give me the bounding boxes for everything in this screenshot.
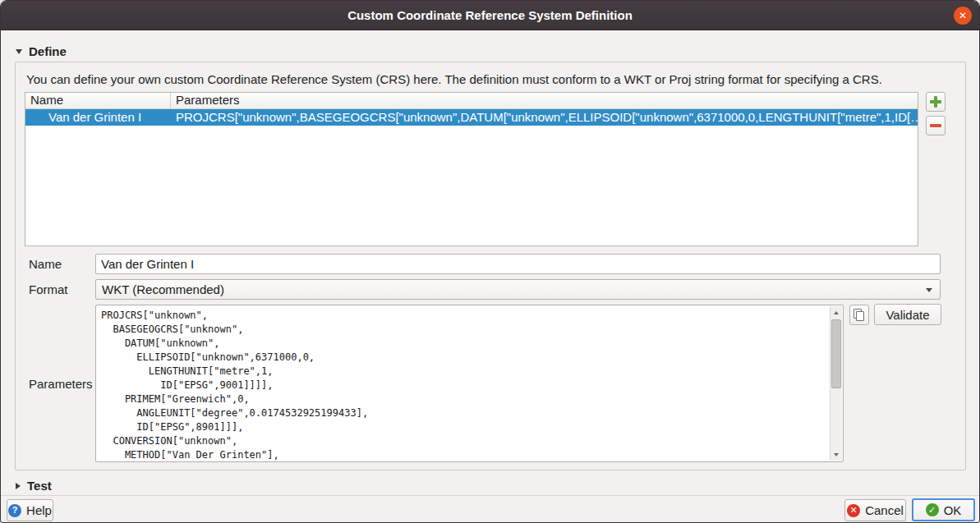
format-selected-value: WKT (Recommended) xyxy=(102,282,224,296)
plus-icon xyxy=(930,96,941,108)
copy-icon xyxy=(853,309,865,321)
column-header-parameters[interactable]: Parameters xyxy=(171,93,918,108)
help-button[interactable]: ? Help xyxy=(7,499,53,521)
parameters-label: Parameters xyxy=(29,377,93,391)
define-section-frame: You can define your own custom Coordinat… xyxy=(15,62,966,470)
validate-button[interactable]: Validate xyxy=(874,304,941,325)
test-section-title: Test xyxy=(27,479,52,493)
parameters-editor[interactable]: PROJCRS["unknown", BASEGEOGCRS["unknown"… xyxy=(95,305,844,462)
crs-row-name: Van der Grinten I xyxy=(25,109,171,126)
remove-crs-button[interactable] xyxy=(926,116,945,135)
scrollbar-thumb[interactable] xyxy=(831,319,841,388)
help-label: Help xyxy=(26,503,52,517)
footer-separator xyxy=(1,495,979,496)
help-icon: ? xyxy=(8,504,21,517)
minus-icon xyxy=(930,124,941,127)
column-header-name[interactable]: Name xyxy=(25,93,171,108)
format-select[interactable]: WKT (Recommended) xyxy=(95,279,941,300)
scroll-down-icon xyxy=(834,453,839,456)
ok-icon: ✓ xyxy=(926,503,939,516)
collapse-open-icon xyxy=(16,49,22,54)
crs-help-text: You can define your own custom Coordinat… xyxy=(26,72,956,86)
parameters-scrollbar[interactable] xyxy=(830,306,842,461)
scroll-down-button[interactable] xyxy=(830,448,842,461)
crs-table[interactable]: Name Parameters Van der Grinten I PROJCR… xyxy=(25,92,918,246)
titlebar[interactable]: Custom Coordinate Reference System Defin… xyxy=(1,1,979,30)
crs-table-row[interactable]: Van der Grinten I PROJCRS["unknown",BASE… xyxy=(25,109,918,126)
close-button[interactable]: ✕ xyxy=(954,7,972,25)
ok-button[interactable]: ✓ OK xyxy=(912,498,975,521)
name-label: Name xyxy=(29,257,62,271)
crs-row-parameters: PROJCRS["unknown",BASEGEOGCRS["unknown",… xyxy=(171,109,918,126)
define-section-header[interactable]: Define xyxy=(16,44,67,58)
copy-icon-front-page xyxy=(856,311,864,321)
close-icon: ✕ xyxy=(959,11,967,21)
cancel-icon: ✕ xyxy=(847,504,860,517)
cancel-button[interactable]: ✕ Cancel xyxy=(844,499,906,521)
scroll-up-button[interactable] xyxy=(830,306,842,319)
format-label: Format xyxy=(29,282,68,296)
cancel-label: Cancel xyxy=(865,503,904,517)
window-title: Custom Coordinate Reference System Defin… xyxy=(347,8,633,22)
scroll-up-icon xyxy=(834,311,839,314)
ok-label: OK xyxy=(944,503,962,517)
parameters-text: PROJCRS["unknown", BASEGEOGCRS["unknown"… xyxy=(101,309,826,460)
collapse-closed-icon xyxy=(16,483,21,489)
chevron-down-icon xyxy=(926,288,932,292)
copy-parameters-button[interactable] xyxy=(849,305,869,325)
define-section-title: Define xyxy=(29,44,67,58)
custom-crs-dialog: Custom Coordinate Reference System Defin… xyxy=(0,0,980,523)
crs-table-header: Name Parameters xyxy=(25,93,918,109)
name-input[interactable] xyxy=(95,254,941,274)
test-section-header[interactable]: Test xyxy=(16,479,52,493)
add-crs-button[interactable] xyxy=(926,92,945,112)
